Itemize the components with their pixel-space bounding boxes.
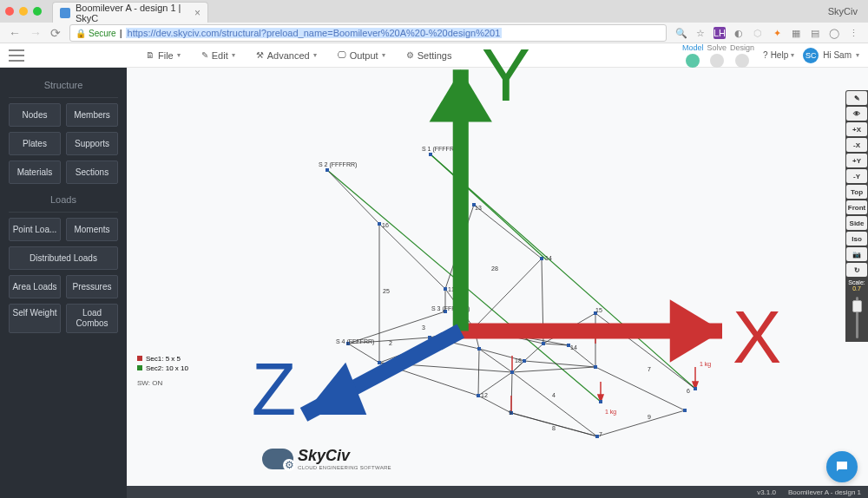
window-title: SkyCiv — [828, 6, 858, 16]
svg-marker-99 — [670, 299, 722, 362]
version-label: v3.1.0 — [757, 488, 776, 496]
status-bar: v3.1.0 Boomilever A - design 1 — [127, 486, 868, 498]
sidebar-loads-header: Loads — [9, 189, 118, 213]
sidebar-structure-header: Structure — [9, 75, 118, 98]
window-maximize[interactable] — [33, 7, 42, 16]
chat-button[interactable] — [826, 451, 858, 482]
svg-text:Y: Y — [482, 35, 530, 116]
favicon-icon — [60, 8, 70, 18]
slider-thumb[interactable] — [852, 300, 862, 312]
window-close[interactable] — [5, 7, 14, 16]
nav-reload-icon[interactable]: ⟳ — [50, 26, 61, 40]
secure-badge: 🔒 Secure — [76, 29, 116, 38]
view-screenshot-button[interactable]: 📷 — [846, 247, 867, 261]
project-name: Boomilever A - design 1 — [788, 488, 861, 496]
view-iso-button[interactable]: Iso — [846, 232, 867, 246]
model-canvas[interactable]: S 1 (FFFFRR) S 2 (FFFFRR) S 3 (FFFFRR) S… — [127, 68, 868, 486]
skyciv-logo: SkyCiv CLOUD ENGINEERING SOFTWARE — [262, 447, 391, 470]
sidebar-distributed-loads[interactable]: Distributed Loads — [9, 246, 118, 270]
view-edit-button[interactable]: ✎ — [846, 91, 867, 105]
hamburger-icon[interactable] — [9, 49, 24, 62]
sidebar-materials[interactable]: Materials — [9, 161, 61, 184]
sidebar-point-loads[interactable]: Point Loa... — [9, 218, 61, 241]
svg-text:Z: Z — [252, 349, 297, 430]
axes-triad: X Y Z — [142, 17, 868, 436]
chat-icon — [834, 459, 850, 475]
view-minus-x-button[interactable]: -X — [846, 138, 867, 152]
nav-back-icon[interactable]: ← — [9, 26, 21, 40]
svg-text:X: X — [733, 297, 781, 378]
view-toolbar: ✎ 👁 +X -X +Y -Y Top Front Side Iso 📷 ↻ S… — [845, 90, 868, 342]
view-plus-y-button[interactable]: +Y — [846, 154, 867, 167]
scale-slider[interactable] — [845, 293, 868, 342]
sidebar-load-combos[interactable]: Load Combos — [66, 304, 118, 333]
sidebar-moments[interactable]: Moments — [66, 218, 118, 241]
lock-icon: 🔒 — [76, 29, 86, 38]
nav-forward-icon[interactable]: → — [30, 26, 42, 40]
view-minus-y-button[interactable]: -Y — [846, 169, 867, 183]
view-top-button[interactable]: Top — [846, 185, 867, 199]
view-visibility-button[interactable]: 👁 — [846, 107, 867, 121]
sidebar-plates[interactable]: Plates — [9, 132, 61, 155]
logo-cloud-icon — [262, 449, 293, 469]
view-front-button[interactable]: Front — [846, 200, 867, 214]
sidebar: Structure Nodes Members Plates Supports … — [0, 68, 127, 498]
sidebar-members[interactable]: Members — [66, 103, 118, 127]
sidebar-sections[interactable]: Sections — [66, 161, 118, 184]
sidebar-area-loads[interactable]: Area Loads — [9, 275, 61, 298]
window-minimize[interactable] — [19, 7, 28, 16]
sidebar-nodes[interactable]: Nodes — [9, 103, 61, 127]
view-refresh-button[interactable]: ↻ — [846, 263, 867, 277]
view-side-button[interactable]: Side — [846, 216, 867, 230]
view-plus-x-button[interactable]: +X — [846, 122, 867, 136]
sidebar-pressures[interactable]: Pressures — [66, 275, 118, 298]
sidebar-supports[interactable]: Supports — [66, 132, 118, 155]
scale-indicator: Scale: 0.7 — [845, 278, 868, 293]
sidebar-self-weight[interactable]: Self Weight — [9, 304, 61, 333]
